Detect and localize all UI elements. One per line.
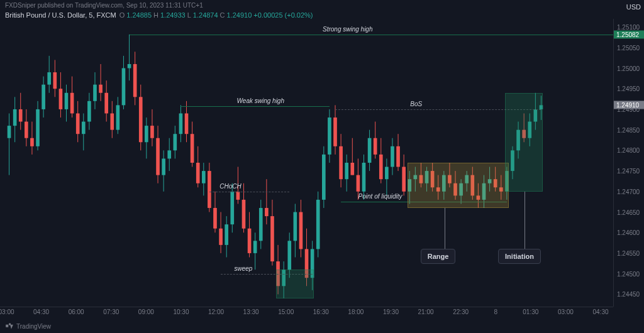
svg-rect-121 (350, 163, 354, 175)
svg-rect-15 (47, 72, 51, 85)
svg-rect-129 (374, 138, 377, 155)
price-axis[interactable]: USD 1.251001.250501.250001.249501.249001… (613, 19, 644, 307)
symbol-name: British Pound / U.S. Dollar, 5, FXCM (5, 11, 116, 19)
y-tick: 1.24450 (617, 291, 640, 298)
svg-rect-91 (265, 208, 269, 216)
x-tick: 22:30 (453, 308, 469, 315)
price-badge-current: 1.24910 (614, 101, 644, 109)
y-tick: 1.25100 (617, 24, 640, 31)
svg-rect-25 (76, 113, 80, 134)
price-badge-swing-high: 1.25082 (614, 30, 644, 38)
svg-rect-51 (150, 126, 154, 138)
svg-rect-41 (122, 68, 126, 106)
svg-rect-57 (167, 150, 171, 158)
y-tick: 1.25050 (617, 44, 640, 51)
svg-rect-43 (128, 64, 131, 68)
brand-name: TradingView (16, 323, 51, 330)
ohlc-close: 1.24910 (227, 11, 252, 19)
svg-rect-5 (19, 109, 23, 122)
ohlc-high: 1.24933 (160, 11, 186, 19)
svg-rect-37 (110, 113, 114, 129)
y-tick: 1.25000 (617, 65, 640, 72)
svg-rect-99 (287, 241, 291, 270)
svg-rect-31 (93, 85, 97, 101)
svg-rect-75 (219, 229, 223, 245)
x-tick: 15:00 (278, 308, 294, 315)
ohlc-l-label: L (187, 11, 191, 19)
svg-rect-113 (328, 117, 331, 155)
ohlc-h-label: H (153, 11, 158, 19)
annotation-bos: BoS (410, 101, 422, 107)
x-tick: 09:00 (138, 308, 154, 315)
svg-rect-47 (139, 97, 143, 142)
svg-rect-11 (36, 109, 40, 146)
y-tick: 1.24800 (617, 147, 640, 154)
x-tick: 03:00 (558, 308, 574, 315)
svg-rect-21 (65, 93, 69, 109)
line-strong-swing-high[interactable] (130, 35, 613, 35)
symbol-info-bar: British Pound / U.S. Dollar, 5, FXCM O 1… (5, 11, 313, 19)
ohlc-o-label: O (119, 11, 125, 19)
brand-footer: TradingView (5, 322, 51, 330)
svg-rect-27 (82, 122, 86, 134)
annotation-choch: CHoCH (219, 183, 241, 190)
y-tick: 1.24700 (617, 188, 640, 195)
svg-rect-23 (70, 93, 74, 114)
svg-rect-111 (322, 155, 326, 200)
svg-rect-3 (13, 109, 17, 126)
x-tick: 8 (494, 308, 497, 315)
svg-rect-7 (25, 122, 28, 138)
svg-rect-9 (30, 138, 34, 146)
svg-rect-69 (202, 171, 206, 183)
x-tick: 04:30 (33, 308, 49, 315)
svg-rect-71 (208, 171, 211, 208)
ohlc-low: 1.24874 (193, 11, 218, 19)
rect-sweep-zone[interactable] (276, 270, 314, 298)
svg-rect-79 (230, 192, 234, 224)
y-tick: 1.24500 (617, 270, 640, 277)
svg-rect-73 (213, 208, 217, 229)
y-tick: 1.24850 (617, 126, 640, 133)
svg-rect-29 (87, 101, 91, 122)
svg-rect-59 (174, 134, 177, 150)
svg-rect-133 (385, 167, 389, 180)
chart-pane[interactable]: Strong swing high Weak swing high CHoCH … (0, 19, 613, 307)
line-choch[interactable] (209, 192, 289, 192)
tradingview-logo-icon (5, 322, 14, 330)
x-tick: 16:30 (313, 308, 329, 315)
x-tick: 07:30 (103, 308, 119, 315)
annotation-sweep: sweep (234, 265, 252, 272)
svg-rect-93 (270, 216, 274, 261)
svg-rect-89 (259, 208, 263, 241)
y-tick: 1.24750 (617, 168, 640, 175)
rect-range[interactable] (408, 163, 508, 208)
svg-rect-188 (6, 325, 8, 327)
svg-rect-119 (345, 163, 348, 179)
svg-rect-109 (316, 200, 320, 249)
x-tick: 13:30 (243, 308, 259, 315)
y-tick: 1.24650 (617, 209, 640, 216)
label-initiation: Initiation (498, 249, 541, 264)
svg-rect-117 (339, 146, 343, 179)
svg-rect-49 (145, 126, 148, 142)
callout-line-initiation (525, 192, 525, 249)
y-tick: 1.24550 (617, 249, 640, 256)
svg-rect-19 (59, 89, 63, 109)
annotation-point-of-liquidity: Point of liquidity (358, 193, 402, 200)
rect-initiation[interactable] (505, 93, 543, 192)
svg-rect-53 (156, 138, 160, 175)
label-range: Range (421, 249, 456, 264)
x-tick: 06:00 (69, 308, 84, 315)
svg-rect-67 (196, 163, 200, 183)
svg-rect-1 (8, 126, 11, 138)
svg-rect-35 (104, 93, 108, 114)
y-tick: 1.24600 (617, 229, 640, 236)
svg-rect-135 (391, 146, 394, 167)
svg-rect-131 (379, 155, 383, 179)
svg-rect-17 (53, 72, 57, 89)
time-axis[interactable]: 03:0004:3006:0007:3009:0010:3012:0013:30… (0, 307, 613, 318)
callout-line-range (445, 208, 445, 249)
svg-rect-137 (396, 146, 400, 167)
svg-rect-123 (357, 175, 360, 192)
line-weak-swing-high[interactable] (180, 106, 329, 107)
